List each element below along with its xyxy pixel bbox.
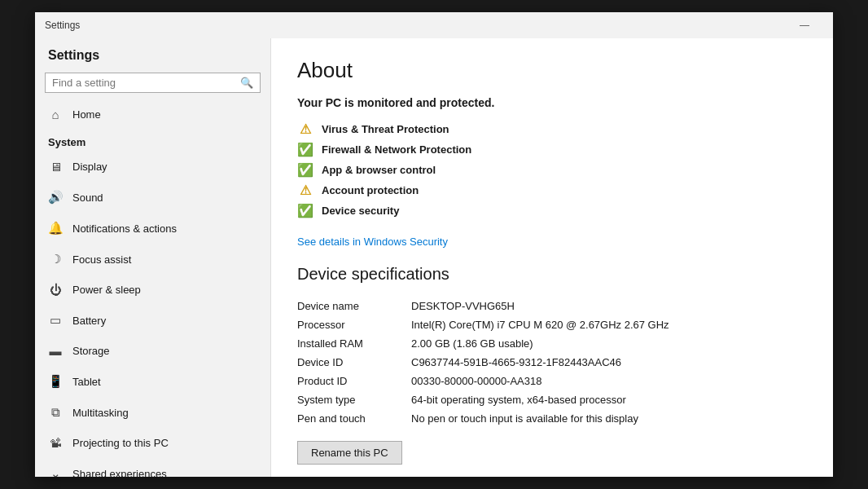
protection-label-firewall: Firewall & Network Protection [322,143,471,156]
settings-window: Settings — Settings 🔍 ⌂ Home System 🖥 Di… [35,12,833,477]
titlebar-controls: — [786,12,823,38]
spec-value-device-id: C9637744-591B-4665-9312-1F82443AAC46 [411,353,807,372]
shared-icon: ⌄ [48,466,63,477]
sidebar-item-display-label: Display [72,161,107,173]
sidebar-item-notifications[interactable]: 🔔 Notifications & actions [35,213,270,244]
sidebar-item-battery-label: Battery [72,315,106,327]
sidebar-title: Settings [35,38,270,69]
sidebar-item-storage-label: Storage [72,345,110,357]
sidebar-item-sound-label: Sound [72,192,103,204]
protection-item-browser: ✅ App & browser control [297,160,807,180]
search-box[interactable]: 🔍 [45,73,261,93]
spec-row-device-id: Device ID C9637744-591B-4665-9312-1F8244… [297,353,807,372]
notifications-icon: 🔔 [48,221,63,236]
window-content: Settings 🔍 ⌂ Home System 🖥 Display 🔊 Sou… [35,38,833,477]
sidebar-item-home-label: Home [72,108,101,121]
protection-item-firewall: ✅ Firewall & Network Protection [297,139,807,160]
spec-value-ram: 2.00 GB (1.86 GB usable) [411,334,807,353]
ok-icon-device: ✅ [297,203,313,218]
rename-pc-button[interactable]: Rename this PC [297,441,402,465]
tablet-icon: 📱 [48,374,63,389]
sidebar-item-display[interactable]: 🖥 Display [35,152,270,182]
display-icon: 🖥 [48,160,63,174]
protection-label-device: Device security [322,205,399,217]
sidebar-item-battery[interactable]: ▭ Battery [35,305,270,336]
spec-key-device-id: Device ID [297,353,411,372]
multitasking-icon: ⧉ [48,405,63,420]
warning-icon-account: ⚠ [297,183,313,198]
focus-icon: ☽ [48,252,63,267]
search-input[interactable] [52,77,240,89]
sidebar-item-shared[interactable]: ⌄ Shared experiences [35,458,270,477]
search-icon: 🔍 [240,77,253,89]
sidebar-item-projecting[interactable]: 📽 Projecting to this PC [35,428,270,458]
power-icon: ⏻ [48,283,63,297]
sidebar-item-focus[interactable]: ☽ Focus assist [35,244,270,275]
spec-key-processor: Processor [297,315,411,334]
projecting-icon: 📽 [48,436,63,450]
spec-row-pen-touch: Pen and touch No pen or touch input is a… [297,409,807,428]
ok-icon-firewall: ✅ [297,142,313,157]
spec-table: Device name DESKTOP-VVHG65H Processor In… [297,297,807,428]
protection-item-virus: ⚠ Virus & Threat Protection [297,119,807,139]
sidebar-item-sound[interactable]: 🔊 Sound [35,182,270,213]
page-title: About [297,58,807,83]
home-icon: ⌂ [48,108,63,121]
spec-key-product-id: Product ID [297,372,411,390]
protection-header: Your PC is monitored and protected. [297,96,807,109]
main-content: About Your PC is monitored and protected… [271,38,833,477]
spec-value-system-type: 64-bit operating system, x64-based proce… [411,390,807,409]
spec-value-processor: Intel(R) Core(TM) i7 CPU M 620 @ 2.67GHz… [411,315,807,334]
sidebar-item-tablet-label: Tablet [72,376,101,388]
ok-icon-browser: ✅ [297,162,313,178]
protection-item-device: ✅ Device security [297,200,807,221]
spec-key-pen-touch: Pen and touch [297,409,411,428]
battery-icon: ▭ [48,313,63,328]
sidebar-item-multitasking[interactable]: ⧉ Multitasking [35,397,270,428]
sidebar-item-projecting-label: Projecting to this PC [72,437,169,449]
spec-row-system-type: System type 64-bit operating system, x64… [297,390,807,409]
storage-icon: ▬ [48,344,63,358]
spec-value-product-id: 00330-80000-00000-AA318 [411,372,807,390]
spec-row-device-name: Device name DESKTOP-VVHG65H [297,297,807,315]
windows-security-link[interactable]: See details in Windows Security [297,236,448,248]
sidebar-item-focus-label: Focus assist [72,253,131,266]
sidebar-item-power-label: Power & sleep [72,284,141,296]
minimize-button[interactable]: — [786,12,823,38]
sidebar-item-shared-label: Shared experiences [72,468,167,478]
protection-label-browser: App & browser control [322,164,436,176]
spec-value-device-name: DESKTOP-VVHG65H [411,297,807,315]
protection-label-virus: Virus & Threat Protection [322,123,449,135]
section-label-system: System [35,130,270,152]
device-specs-title: Device specifications [297,265,807,284]
protection-item-account: ⚠ Account protection [297,180,807,200]
spec-value-pen-touch: No pen or touch input is available for t… [411,409,807,428]
sidebar-item-home[interactable]: ⌂ Home [35,99,270,130]
spec-row-processor: Processor Intel(R) Core(TM) i7 CPU M 620… [297,315,807,334]
sound-icon: 🔊 [48,190,63,205]
spec-row-ram: Installed RAM 2.00 GB (1.86 GB usable) [297,334,807,353]
titlebar-title: Settings [45,20,80,31]
sidebar-item-storage[interactable]: ▬ Storage [35,336,270,366]
protection-label-account: Account protection [322,184,419,196]
spec-row-product-id: Product ID 00330-80000-00000-AA318 [297,372,807,390]
protection-list: ⚠ Virus & Threat Protection ✅ Firewall &… [297,119,807,221]
sidebar: Settings 🔍 ⌂ Home System 🖥 Display 🔊 Sou… [35,38,271,477]
spec-key-system-type: System type [297,390,411,409]
sidebar-item-tablet[interactable]: 📱 Tablet [35,366,270,397]
sidebar-item-notifications-label: Notifications & actions [72,222,177,235]
titlebar: Settings — [35,12,833,38]
sidebar-item-multitasking-label: Multitasking [72,407,129,419]
spec-key-ram: Installed RAM [297,334,411,353]
warning-icon-virus: ⚠ [297,121,313,137]
sidebar-item-power[interactable]: ⏻ Power & sleep [35,275,270,305]
spec-key-device-name: Device name [297,297,411,315]
